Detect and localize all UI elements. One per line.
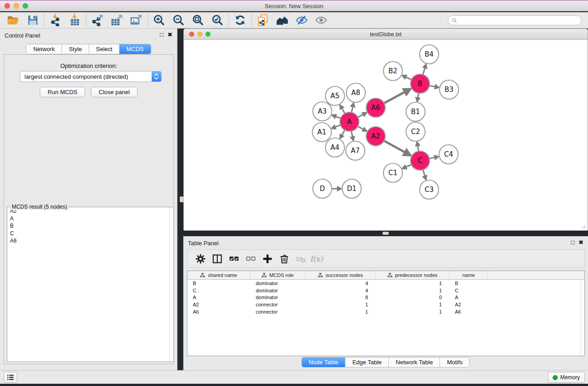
export-table-button[interactable] (107, 13, 127, 28)
graph-node-B4[interactable]: B4 (420, 45, 439, 64)
graph-node-A6[interactable]: A6 (366, 98, 385, 117)
table-cell[interactable]: dominator (250, 288, 306, 293)
graph-node-A[interactable]: A (340, 112, 359, 131)
graph-node-C3[interactable]: C3 (420, 180, 439, 199)
graph-node-D[interactable]: D (313, 179, 332, 198)
zoom-in-button[interactable] (149, 13, 169, 28)
graph-node-A7[interactable]: A7 (346, 141, 365, 160)
table-cell[interactable]: C (449, 288, 488, 293)
table-cell[interactable]: 8 (306, 295, 376, 300)
delete-column-button[interactable] (276, 251, 292, 267)
table-scrollbar[interactable] (580, 280, 584, 356)
table-row[interactable]: Adominator80A (187, 294, 584, 301)
column-visibility-button[interactable] (209, 251, 225, 267)
task-history-button[interactable] (4, 372, 17, 383)
table-cell[interactable]: 0 (376, 295, 449, 300)
table-cell[interactable]: C (187, 288, 250, 293)
close-panel-icon[interactable]: ✖ (578, 239, 583, 246)
table-cell[interactable]: B (187, 281, 250, 286)
graph-node-A5[interactable]: A5 (325, 86, 344, 105)
tab-network-table[interactable]: Network Table (388, 357, 440, 367)
network-canvas[interactable]: B4B2BB3A8A5A6A3B1AA1C2A2A4A7C4CC1DD1C3 (184, 40, 587, 230)
resize-grip-icon[interactable] (581, 224, 586, 229)
zoom-selected-button[interactable] (208, 13, 227, 28)
clone-network-button[interactable] (253, 13, 272, 28)
table-cell[interactable]: dominator (250, 281, 306, 286)
table-cell[interactable]: 1 (306, 302, 376, 307)
column-header-MCDS-role[interactable]: MCDS role (250, 271, 306, 279)
graph-node-B1[interactable]: B1 (406, 102, 425, 121)
save-button[interactable] (23, 13, 43, 28)
tab-select[interactable]: Select (89, 44, 119, 54)
result-scrollbar[interactable] (169, 207, 173, 362)
deselect-all-rows-button[interactable] (242, 251, 259, 267)
tab-mcds[interactable]: MCDS (119, 44, 150, 54)
tab-style[interactable]: Style (62, 44, 89, 54)
graph-edge-A6-B[interactable] (383, 91, 406, 104)
graph-node-B2[interactable]: B2 (383, 62, 402, 81)
zoom-fit-button[interactable] (188, 13, 208, 28)
tab-network[interactable]: Network (26, 44, 62, 54)
mcds-result-item[interactable]: A6 (7, 237, 173, 245)
horizontal-splitter-handle[interactable] (382, 232, 389, 235)
table-cell[interactable]: A (449, 295, 488, 300)
network-window-titlebar[interactable]: testGlobe.txt (184, 29, 588, 40)
select-all-rows-button[interactable] (225, 251, 242, 267)
graph-node-D1[interactable]: D1 (342, 179, 361, 198)
graph-node-A2[interactable]: A2 (366, 127, 385, 146)
graph-node-B3[interactable]: B3 (440, 80, 459, 99)
float-panel-icon[interactable]: □ (571, 239, 574, 246)
close-panel-icon[interactable]: ✖ (167, 31, 172, 38)
graph-node-A4[interactable]: A4 (325, 138, 344, 157)
close-panel-button[interactable]: Close panel (91, 87, 138, 97)
table-cell[interactable]: 1 (376, 309, 449, 315)
mcds-result-item[interactable]: A (7, 215, 173, 223)
open-folder-button[interactable] (4, 13, 23, 28)
column-header-successor-nodes[interactable]: successor nodes (306, 271, 376, 279)
graph-node-A1[interactable]: A1 (312, 123, 331, 142)
tab-motifs[interactable]: Motifs (440, 357, 469, 367)
criterion-dropdown[interactable]: largest connected component (directed) (20, 71, 162, 82)
table-cell[interactable]: A6 (187, 309, 250, 315)
table-options-gear-button[interactable] (192, 251, 209, 267)
graph-node-B[interactable]: B (411, 74, 430, 93)
graph-node-C[interactable]: C (411, 151, 430, 170)
graph-edge-A2-C[interactable] (383, 140, 406, 153)
run-mcds-button[interactable]: Run MCDS (40, 87, 85, 97)
table-cell[interactable]: connector (250, 309, 306, 315)
hide-labels-button[interactable] (292, 13, 311, 28)
table-row[interactable]: A2connector11A2 (187, 301, 584, 308)
table-cell[interactable]: dominator (250, 295, 306, 300)
table-cell[interactable]: A6 (449, 309, 488, 315)
table-cell[interactable]: A2 (449, 302, 488, 307)
graph-node-C1[interactable]: C1 (383, 163, 402, 182)
tab-edge-table[interactable]: Edge Table (345, 357, 388, 367)
search-field[interactable] (448, 15, 582, 25)
table-cell[interactable]: connector (250, 302, 306, 307)
graph-node-A8[interactable]: A8 (346, 83, 365, 102)
table-cell[interactable]: B (449, 281, 488, 286)
column-header-predecessor-nodes[interactable]: predecessor nodes (376, 271, 449, 279)
table-cell[interactable]: A (187, 295, 250, 300)
table-row[interactable]: Cdominator41C (187, 287, 584, 294)
table-cell[interactable]: 4 (306, 288, 376, 293)
float-panel-icon[interactable]: □ (160, 31, 163, 38)
memory-button[interactable]: Memory (548, 372, 585, 383)
zoom-out-button[interactable] (169, 13, 188, 28)
search-input[interactable] (459, 17, 578, 24)
mcds-result-item[interactable]: C (7, 230, 173, 238)
add-column-button[interactable] (259, 251, 276, 267)
table-cell[interactable]: 4 (306, 281, 376, 286)
graph-node-A3[interactable]: A3 (313, 102, 332, 121)
table-cell[interactable]: 1 (376, 281, 449, 286)
table-row[interactable]: Bdominator41B (187, 280, 584, 287)
mcds-result-list[interactable]: A2ABCA6 (7, 207, 173, 362)
mcds-result-item[interactable]: B (7, 222, 173, 230)
table-row[interactable]: A6connector11A6 (187, 308, 584, 315)
show-eye-button[interactable] (311, 13, 331, 28)
graph-node-C2[interactable]: C2 (406, 122, 425, 141)
table-cell[interactable]: A2 (187, 302, 250, 307)
graph-node-C4[interactable]: C4 (439, 145, 458, 164)
export-network-button[interactable] (88, 13, 107, 28)
home-pages-button[interactable] (272, 13, 292, 28)
